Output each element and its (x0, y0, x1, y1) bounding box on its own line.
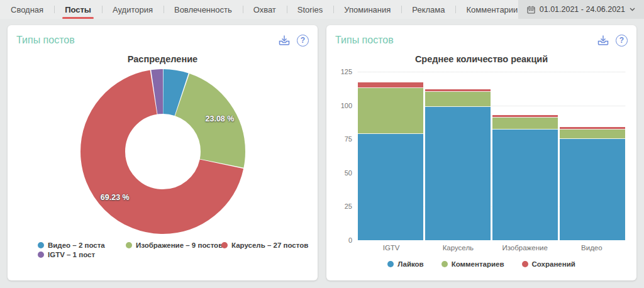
plot-area (358, 72, 625, 240)
legend-label: Комментариев (452, 260, 504, 268)
dashboard-content: Типы постов ? Распределение 23.08 %69.23… (0, 19, 644, 288)
legend-dot-icon (387, 261, 394, 267)
legend-dot-icon (126, 242, 132, 248)
card-header: Типы постов ? (16, 33, 309, 48)
donut-chart: 23.08 %69.23 % (80, 69, 245, 234)
legend-item[interactable]: Карусель – 27 постов (221, 241, 309, 249)
bar-segment (358, 134, 423, 240)
y-axis: 0255075100125 (335, 72, 358, 240)
y-tick-label: 50 (345, 169, 352, 177)
nav-tab-5[interactable]: Stories (287, 0, 333, 19)
y-tick-label: 25 (345, 202, 352, 211)
nav-tab-3[interactable]: Вовлеченность (164, 0, 243, 19)
bar-column-Видео (560, 127, 625, 240)
chevron-down-icon (630, 8, 635, 11)
date-range-picker[interactable]: 01.01.2021 - 24.06.2021 (518, 0, 644, 19)
x-axis-label: Карусель (425, 244, 491, 252)
card-title: Типы постов (335, 35, 394, 46)
bar-column-Изображение (492, 115, 558, 240)
legend-label: Лайков (397, 260, 424, 268)
y-tick-label: 75 (345, 135, 352, 143)
stacked-bar-chart: 0255075100125 (335, 72, 628, 240)
legend-item[interactable]: Комментариев (441, 260, 504, 268)
post-types-reactions-card: Типы постов ? Среднее количество реакций… (326, 25, 636, 280)
legend-label: Карусель – 27 постов (231, 241, 308, 249)
legend-dot-icon (522, 261, 528, 267)
legend-item[interactable]: Лайков (387, 260, 424, 268)
nav-tab-1[interactable]: Посты (54, 0, 102, 19)
nav-tab-0[interactable]: Сводная (0, 0, 54, 19)
bar-columns (358, 72, 625, 240)
download-icon[interactable] (597, 34, 609, 47)
download-icon[interactable] (278, 34, 291, 47)
donut-legend: Видео – 2 постаИзображение – 9 постовКар… (38, 241, 309, 258)
x-axis-label: IGTV (358, 244, 425, 252)
bar-segment (560, 139, 625, 240)
legend-label: Сохранений (532, 260, 575, 268)
help-icon[interactable]: ? (616, 35, 628, 47)
chart-title: Распределение (16, 54, 309, 64)
bar-segment (560, 130, 625, 139)
legend-item[interactable]: Изображение – 9 постов (126, 241, 221, 249)
bar-segment (425, 92, 491, 107)
date-range-text: 01.01.2021 - 24.06.2021 (540, 5, 625, 14)
legend-label: Изображение – 9 постов (136, 241, 223, 249)
x-axis-labels: IGTVКарусельИзображениеВидео (358, 244, 625, 252)
nav-tab-2[interactable]: Аудитория (102, 0, 164, 19)
legend-item[interactable]: IGTV – 1 пост (38, 251, 126, 258)
nav-tab-7[interactable]: Реклама (401, 0, 455, 19)
post-types-distribution-card: Типы постов ? Распределение 23.08 %69.23… (8, 25, 318, 280)
x-axis-label: Изображение (492, 244, 558, 252)
bar-legend: ЛайковКомментариевСохранений (335, 260, 628, 268)
legend-label: IGTV – 1 пост (48, 251, 95, 258)
top-navigation: СводнаяПостыАудиторияВовлеченностьОхватS… (0, 0, 644, 19)
y-tick-label: 100 (341, 101, 352, 110)
legend-dot-icon (221, 242, 228, 248)
legend-dot-icon (38, 252, 44, 258)
legend-item[interactable]: Видео – 2 поста (38, 241, 126, 249)
nav-tab-4[interactable]: Охват (243, 0, 287, 19)
legend-dot-icon (441, 261, 448, 267)
legend-item[interactable]: Сохранений (522, 260, 575, 268)
card-actions: ? (278, 34, 309, 47)
help-icon[interactable]: ? (297, 35, 309, 47)
card-actions: ? (597, 34, 628, 47)
calendar-icon (527, 6, 535, 14)
nav-tab-6[interactable]: Упоминания (333, 0, 401, 19)
bar-segment (358, 88, 423, 134)
bar-column-Карусель (425, 89, 491, 240)
x-axis-label: Видео (558, 244, 625, 252)
legend-label: Видео – 2 поста (48, 241, 105, 249)
bar-segment (492, 130, 558, 240)
chart-title: Среднее количество реакций (335, 54, 628, 64)
bar-segment (425, 107, 491, 240)
bar-segment (358, 82, 423, 88)
bar-segment (492, 118, 558, 130)
bar-column-IGTV (358, 82, 423, 240)
card-title: Типы постов (16, 35, 75, 46)
card-header: Типы постов ? (335, 33, 628, 48)
legend-dot-icon (38, 242, 44, 248)
nav-items: СводнаяПостыАудиторияВовлеченностьОхватS… (0, 0, 592, 19)
y-tick-label: 0 (348, 236, 352, 245)
y-tick-label: 125 (341, 67, 352, 76)
